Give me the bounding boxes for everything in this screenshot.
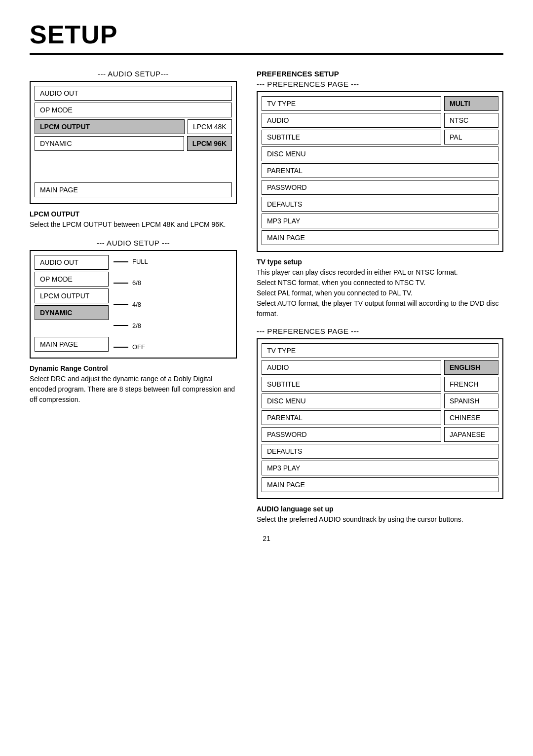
audio1-option-lpcm96k[interactable]: LPCM 96K	[187, 136, 232, 151]
drc-line-2-8	[114, 325, 128, 326]
audio2-item-lpcm-output[interactable]: LPCM OUTPUT	[35, 288, 109, 303]
drc-line-4-8	[114, 304, 128, 305]
pref1-tv-type[interactable]: TV TYPE	[262, 96, 441, 111]
pref1-description-body: This player can play discs recorded in e…	[257, 268, 498, 318]
pref1-row-audio: AUDIO NTSC	[262, 113, 498, 128]
audio2-description: Dynamic Range Control Select DRC and adj…	[30, 363, 237, 405]
pref2-row-defaults: DEFAULTS	[262, 444, 498, 459]
audio2-main-page[interactable]: MAIN PAGE	[35, 337, 109, 352]
audio1-row-1: AUDIO OUT	[35, 86, 232, 101]
audio-setup-1-box: AUDIO OUT OP MODE LPCM OUTPUT LPCM 48K D…	[30, 81, 237, 204]
audio1-item-audio-out[interactable]: AUDIO OUT	[35, 86, 232, 101]
pref1-row-disc-menu: DISC MENU	[262, 146, 498, 161]
pref2-row-mp3-play: MP3 PLAY	[262, 461, 498, 475]
audio-setup-2-box: AUDIO OUT OP MODE LPCM OUTPUT DYNAMIC MA…	[30, 250, 237, 359]
pref1-audio[interactable]: AUDIO	[262, 113, 441, 128]
pref2-row-parental: PARENTAL CHINESE	[262, 410, 498, 425]
pref1-subtitle[interactable]: SUBTITLE	[262, 130, 441, 144]
drc-label-full: FULL	[132, 258, 148, 265]
audio2-description-title: Dynamic Range Control	[30, 364, 108, 372]
pref2-row-disc-menu: DISC MENU SPANISH	[262, 394, 498, 408]
drc-step-2-8: 2/8	[114, 322, 227, 329]
audio2-description-body: Select DRC and adjust the dynamic range …	[30, 375, 235, 403]
pref2-password[interactable]: PASSWORD	[262, 427, 441, 442]
pref2-defaults[interactable]: DEFAULTS	[262, 444, 498, 459]
drc-step-off: OFF	[114, 343, 227, 351]
pref-page-1-label: --- PREFERENCES PAGE ---	[257, 80, 503, 88]
audio1-option-lpcm48k[interactable]: LPCM 48K	[188, 119, 232, 134]
pref-page-2-box: TV TYPE AUDIO ENGLISH SUBTITLE FRENCH DI…	[257, 338, 503, 499]
pref1-description: TV type setup This player can play discs…	[257, 257, 503, 319]
pref2-description-title: AUDIO language set up	[257, 505, 334, 513]
pref2-row-audio: AUDIO ENGLISH	[262, 360, 498, 375]
drc-label-6-8: 6/8	[132, 279, 141, 287]
pref-page-2-label: --- PREFERENCES PAGE ---	[257, 327, 503, 335]
right-column: PREFERENCES SETUP --- PREFERENCES PAGE -…	[257, 70, 503, 525]
pref1-row-subtitle: SUBTITLE PAL	[262, 130, 498, 144]
pref2-password-option[interactable]: JAPANESE	[444, 427, 498, 442]
drc-step-6-8: 6/8	[114, 279, 227, 287]
main-layout: --- AUDIO SETUP--- AUDIO OUT OP MODE LPC…	[30, 70, 503, 525]
pref1-row-main-page: MAIN PAGE	[262, 230, 498, 245]
drc-label-2-8: 2/8	[132, 322, 141, 329]
audio2-left: AUDIO OUT OP MODE LPCM OUTPUT DYNAMIC MA…	[35, 255, 109, 354]
pref2-audio-option[interactable]: ENGLISH	[444, 360, 498, 375]
pref1-row-mp3-play: MP3 PLAY	[262, 214, 498, 228]
title-divider	[30, 53, 503, 55]
pref1-subtitle-option[interactable]: PAL	[444, 130, 498, 144]
pref2-parental-option[interactable]: CHINESE	[444, 410, 498, 425]
preferences-header: PREFERENCES SETUP	[257, 70, 503, 78]
pref1-audio-option[interactable]: NTSC	[444, 113, 498, 128]
pref1-parental[interactable]: PARENTAL	[262, 163, 498, 178]
drc-line-full	[114, 261, 128, 262]
audio1-description: LPCM OUTPUT Select the LPCM OUTPUT betwe…	[30, 209, 237, 230]
page-title: SETUP	[30, 20, 503, 49]
audio2-item-op-mode[interactable]: OP MODE	[35, 272, 109, 287]
audio1-main-page[interactable]: MAIN PAGE	[35, 182, 232, 197]
audio2-drc-slider: FULL 6/8 4/8 2/8 OFF	[109, 255, 232, 354]
drc-label-off: OFF	[132, 343, 145, 351]
pref2-audio[interactable]: AUDIO	[262, 360, 441, 375]
pref1-row-parental: PARENTAL	[262, 163, 498, 178]
audio1-item-op-mode[interactable]: OP MODE	[35, 103, 232, 117]
pref2-disc-menu[interactable]: DISC MENU	[262, 394, 441, 408]
audio1-row-2: OP MODE	[35, 103, 232, 117]
pref1-mp3-play[interactable]: MP3 PLAY	[262, 214, 498, 228]
pref1-tv-type-option[interactable]: MULTI	[444, 96, 498, 111]
audio1-spacer	[35, 153, 232, 182]
drc-step-full: FULL	[114, 258, 227, 265]
audio-setup-2-label: --- AUDIO SETUP ---	[30, 239, 237, 247]
pref1-password[interactable]: PASSWORD	[262, 180, 498, 195]
audio2-spacer	[35, 322, 109, 337]
pref2-row-tv-type: TV TYPE	[262, 343, 498, 358]
pref2-main-page[interactable]: MAIN PAGE	[262, 477, 498, 492]
pref2-row-password: PASSWORD JAPANESE	[262, 427, 498, 442]
pref1-disc-menu[interactable]: DISC MENU	[262, 146, 498, 161]
pref1-row-tv-type: TV TYPE MULTI	[262, 96, 498, 111]
audio1-description-title: LPCM OUTPUT	[30, 210, 79, 218]
drc-line-off	[114, 347, 128, 348]
pref2-tv-type[interactable]: TV TYPE	[262, 343, 498, 358]
pref2-description: AUDIO language set up Select the preferr…	[257, 504, 503, 525]
audio1-description-body: Select the LPCM OUTPUT between LPCM 48K …	[30, 220, 226, 228]
audio2-item-audio-out[interactable]: AUDIO OUT	[35, 255, 109, 270]
audio-setup-1-label: --- AUDIO SETUP---	[30, 70, 237, 78]
audio2-item-dynamic[interactable]: DYNAMIC	[35, 305, 109, 320]
drc-label-4-8: 4/8	[132, 301, 141, 308]
pref2-subtitle-option[interactable]: FRENCH	[444, 377, 498, 392]
pref1-main-page[interactable]: MAIN PAGE	[262, 230, 498, 245]
pref1-defaults[interactable]: DEFAULTS	[262, 197, 498, 212]
audio1-item-lpcm-output[interactable]: LPCM OUTPUT	[35, 119, 185, 134]
pref1-row-password: PASSWORD	[262, 180, 498, 195]
pref2-row-subtitle: SUBTITLE FRENCH	[262, 377, 498, 392]
left-column: --- AUDIO SETUP--- AUDIO OUT OP MODE LPC…	[30, 70, 237, 525]
pref2-subtitle[interactable]: SUBTITLE	[262, 377, 441, 392]
pref2-description-body: Select the preferred AUDIO soundtrack by…	[257, 515, 463, 523]
drc-line-6-8	[114, 283, 128, 284]
pref2-disc-menu-option[interactable]: SPANISH	[444, 394, 498, 408]
pref2-row-main-page: MAIN PAGE	[262, 477, 498, 492]
audio1-item-dynamic[interactable]: DYNAMIC	[35, 136, 184, 151]
pref1-row-defaults: DEFAULTS	[262, 197, 498, 212]
pref2-parental[interactable]: PARENTAL	[262, 410, 441, 425]
pref2-mp3-play[interactable]: MP3 PLAY	[262, 461, 498, 475]
